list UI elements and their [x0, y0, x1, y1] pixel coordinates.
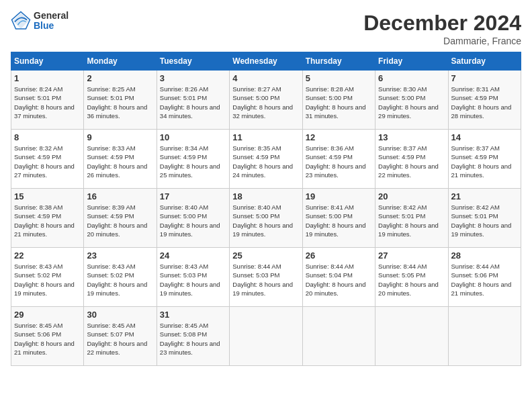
- day-info-line: Daylight: 8 hours and 22 minutes.: [87, 339, 153, 357]
- location-subtitle: Dammarie, France: [363, 36, 521, 46]
- calendar-header-row: SundayMondayTuesdayWednesdayThursdayFrid…: [11, 52, 521, 71]
- calendar-week-row: 29Sunrise: 8:45 AMSunset: 5:06 PMDayligh…: [11, 307, 521, 366]
- logo-blue: Blue: [34, 21, 69, 31]
- day-info-line: Daylight: 8 hours and 20 minutes.: [87, 221, 153, 239]
- day-number: 7: [451, 73, 518, 83]
- day-info-line: Daylight: 8 hours and 21 minutes.: [14, 339, 81, 357]
- day-header-saturday: Saturday: [448, 52, 521, 71]
- day-number: 26: [306, 250, 372, 261]
- logo-general: General: [34, 11, 69, 21]
- calendar-cell: [448, 307, 521, 366]
- day-info-line: Sunset: 4:59 PM: [14, 152, 81, 161]
- day-number: 6: [378, 73, 445, 83]
- calendar-week-row: 8Sunrise: 8:32 AMSunset: 4:59 PMDaylight…: [11, 130, 521, 189]
- calendar-cell: 3Sunrise: 8:26 AMSunset: 5:01 PMDaylight…: [157, 71, 229, 130]
- calendar-cell: 29Sunrise: 8:45 AMSunset: 5:06 PMDayligh…: [11, 307, 84, 366]
- day-number: 23: [87, 250, 153, 261]
- day-info-line: Daylight: 8 hours and 19 minutes.: [306, 221, 372, 239]
- day-info-line: Sunrise: 8:45 AM: [87, 321, 153, 330]
- calendar-cell: 12Sunrise: 8:36 AMSunset: 4:59 PMDayligh…: [302, 130, 375, 189]
- day-info-line: Daylight: 8 hours and 28 minutes.: [451, 103, 518, 121]
- day-info-line: Daylight: 8 hours and 19 minutes.: [14, 280, 81, 298]
- day-info-line: Daylight: 8 hours and 27 minutes.: [14, 162, 81, 180]
- day-number: 31: [160, 310, 226, 320]
- day-number: 5: [306, 73, 372, 83]
- calendar-week-row: 1Sunrise: 8:24 AMSunset: 5:01 PMDaylight…: [11, 71, 521, 130]
- day-info-line: Sunrise: 8:44 AM: [378, 262, 445, 271]
- day-info-line: Sunrise: 8:25 AM: [87, 85, 153, 93]
- calendar-cell: 28Sunrise: 8:44 AMSunset: 5:06 PMDayligh…: [448, 248, 521, 307]
- calendar-cell: 1Sunrise: 8:24 AMSunset: 5:01 PMDaylight…: [11, 71, 84, 130]
- day-info-line: Sunset: 4:59 PM: [378, 152, 445, 161]
- calendar-cell: 14Sunrise: 8:37 AMSunset: 4:59 PMDayligh…: [448, 130, 521, 189]
- day-info-line: Sunset: 4:59 PM: [232, 152, 299, 161]
- day-info-line: Daylight: 8 hours and 20 minutes.: [306, 280, 372, 298]
- day-info-line: Sunrise: 8:34 AM: [160, 144, 226, 152]
- day-number: 9: [87, 132, 153, 142]
- day-info-line: Sunset: 5:07 PM: [87, 330, 153, 338]
- day-info-line: Sunrise: 8:35 AM: [232, 144, 299, 152]
- day-info-line: Sunset: 5:06 PM: [14, 330, 81, 338]
- day-info-line: Sunset: 4:59 PM: [87, 212, 153, 220]
- day-info-line: Daylight: 8 hours and 21 minutes.: [14, 221, 81, 239]
- day-info-line: Daylight: 8 hours and 32 minutes.: [232, 103, 299, 121]
- day-info-line: Daylight: 8 hours and 22 minutes.: [378, 162, 445, 180]
- calendar-cell: 26Sunrise: 8:44 AMSunset: 5:04 PMDayligh…: [302, 248, 375, 307]
- day-info-line: Sunset: 5:01 PM: [14, 93, 81, 102]
- day-info-line: Sunrise: 8:38 AM: [14, 203, 81, 212]
- day-info-line: Sunset: 5:01 PM: [160, 93, 226, 102]
- day-info-line: Sunrise: 8:40 AM: [160, 203, 226, 212]
- calendar-cell: 9Sunrise: 8:33 AMSunset: 4:59 PMDaylight…: [84, 130, 157, 189]
- day-info-line: Daylight: 8 hours and 19 minutes.: [160, 221, 226, 239]
- day-info-line: Sunrise: 8:36 AM: [306, 144, 372, 152]
- day-number: 28: [451, 250, 518, 261]
- day-header-tuesday: Tuesday: [157, 52, 229, 71]
- day-info-line: Daylight: 8 hours and 24 minutes.: [232, 162, 299, 180]
- day-info-line: Sunset: 5:00 PM: [378, 93, 445, 102]
- day-info-line: Sunset: 5:00 PM: [306, 93, 372, 102]
- day-info-line: Sunrise: 8:44 AM: [451, 262, 518, 271]
- calendar-cell: 21Sunrise: 8:42 AMSunset: 5:01 PMDayligh…: [448, 189, 521, 248]
- day-info-line: Sunset: 4:59 PM: [451, 93, 518, 102]
- calendar-cell: 25Sunrise: 8:44 AMSunset: 5:03 PMDayligh…: [230, 248, 302, 307]
- day-info-line: Daylight: 8 hours and 19 minutes.: [378, 221, 445, 239]
- day-info-line: Daylight: 8 hours and 19 minutes.: [232, 280, 299, 298]
- day-info-line: Sunrise: 8:45 AM: [14, 321, 81, 330]
- calendar-cell: 30Sunrise: 8:45 AMSunset: 5:07 PMDayligh…: [84, 307, 157, 366]
- page-header: General Blue December 2024 Dammarie, Fra…: [11, 11, 521, 46]
- calendar-table: SundayMondayTuesdayWednesdayThursdayFrid…: [11, 52, 521, 366]
- day-info-line: Sunset: 5:02 PM: [87, 271, 153, 279]
- calendar-cell: 31Sunrise: 8:45 AMSunset: 5:08 PMDayligh…: [157, 307, 229, 366]
- day-info-line: Sunrise: 8:37 AM: [378, 144, 445, 152]
- calendar-cell: 6Sunrise: 8:30 AMSunset: 5:00 PMDaylight…: [375, 71, 448, 130]
- day-info-line: Sunset: 5:01 PM: [451, 212, 518, 220]
- day-info-line: Sunrise: 8:44 AM: [232, 262, 299, 271]
- day-info-line: Sunset: 5:00 PM: [232, 93, 299, 102]
- day-info-line: Daylight: 8 hours and 20 minutes.: [378, 280, 445, 298]
- day-info-line: Sunset: 5:05 PM: [378, 271, 445, 279]
- day-info-line: Sunrise: 8:41 AM: [306, 203, 372, 212]
- day-info-line: Sunset: 5:06 PM: [451, 271, 518, 279]
- day-info-line: Sunrise: 8:42 AM: [378, 203, 445, 212]
- day-info-line: Sunrise: 8:43 AM: [87, 262, 153, 271]
- day-header-thursday: Thursday: [302, 52, 375, 71]
- day-info-line: Sunrise: 8:31 AM: [451, 85, 518, 93]
- calendar-cell: 23Sunrise: 8:43 AMSunset: 5:02 PMDayligh…: [84, 248, 157, 307]
- day-info-line: Sunset: 4:59 PM: [87, 152, 153, 161]
- day-info-line: Daylight: 8 hours and 34 minutes.: [160, 103, 226, 121]
- calendar-cell: [230, 307, 302, 366]
- calendar-cell: 27Sunrise: 8:44 AMSunset: 5:05 PMDayligh…: [375, 248, 448, 307]
- day-info-line: Daylight: 8 hours and 21 minutes.: [451, 280, 518, 298]
- day-info-line: Sunset: 4:59 PM: [306, 152, 372, 161]
- calendar-cell: 16Sunrise: 8:39 AMSunset: 4:59 PMDayligh…: [84, 189, 157, 248]
- day-header-sunday: Sunday: [11, 52, 84, 71]
- day-info-line: Sunrise: 8:44 AM: [306, 262, 372, 271]
- day-info-line: Sunset: 5:01 PM: [87, 93, 153, 102]
- day-info-line: Sunset: 5:03 PM: [160, 271, 226, 279]
- day-number: 15: [14, 191, 81, 201]
- day-number: 21: [451, 191, 518, 201]
- calendar-cell: 22Sunrise: 8:43 AMSunset: 5:02 PMDayligh…: [11, 248, 84, 307]
- day-info-line: Sunset: 5:04 PM: [306, 271, 372, 279]
- day-info-line: Sunrise: 8:43 AM: [160, 262, 226, 271]
- day-info-line: Sunset: 5:08 PM: [160, 330, 226, 338]
